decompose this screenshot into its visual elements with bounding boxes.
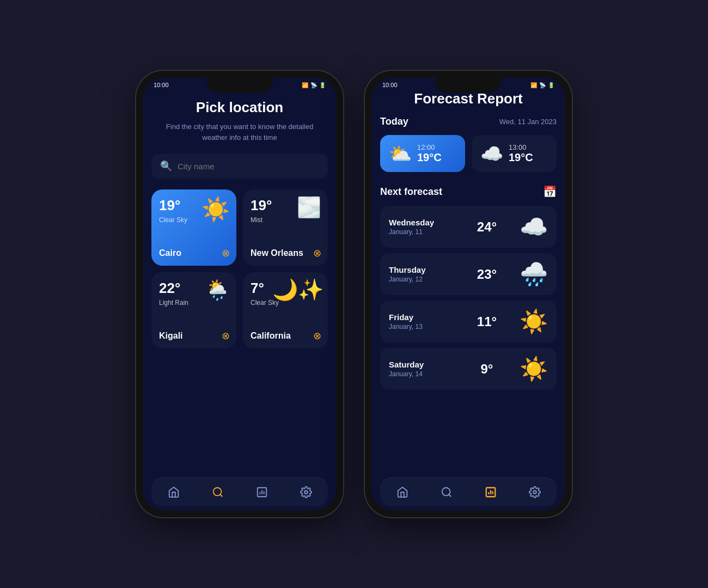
phone-forecast-report: 10:00 📶 📡 🔋 Forecast Report Today Wed, 1… [365, 71, 572, 517]
wednesday-temp: 24° [454, 219, 520, 235]
bottom-nav-screen2 [380, 477, 557, 506]
screen1-content: Pick location Find the city that you wan… [143, 90, 337, 477]
hour-12-info: 12:00 19°C [417, 143, 442, 164]
thursday-name: Thursday [389, 265, 454, 274]
battery-icon: 🔋 [319, 82, 326, 88]
thursday-icon: 🌧️ [520, 261, 548, 287]
cairo-name: Cairo [159, 248, 229, 258]
saturday-icon: ☀️ [520, 356, 548, 382]
cairo-icon: ☀️ [202, 196, 230, 223]
forecast-row-saturday[interactable]: Saturday January, 14 9° ☀️ [380, 348, 557, 390]
city-grid: 19° Clear Sky ☀️ Cairo ⊗ 19° Mist 🌫️ New… [151, 189, 328, 348]
city-card-kigali[interactable]: 22° Light Rain 🌦️ Kigali ⊗ [151, 272, 236, 348]
nav-report[interactable] [254, 485, 270, 500]
saturday-name: Saturday [389, 360, 454, 369]
search-input[interactable] [178, 162, 319, 171]
wednesday-date: January, 11 [389, 228, 454, 236]
friday-name: Friday [389, 313, 454, 322]
status-bar-2: 10:00 📶 📡 🔋 [371, 77, 565, 90]
wednesday-icon: ☁️ [520, 213, 548, 240]
hour-13-icon: ☁️ [480, 143, 503, 164]
search-box[interactable]: 🔍 [151, 154, 328, 179]
forecast-row-wednesday[interactable]: Wednesday January, 11 24° ☁️ [380, 206, 557, 248]
new-orleans-name: New Orleans [251, 248, 320, 258]
svg-point-13 [533, 491, 536, 494]
today-date: Wed, 11 Jan 2023 [499, 118, 557, 126]
nav-home[interactable] [166, 485, 181, 500]
hour-card-12[interactable]: ⛅ 12:00 19°C [380, 135, 465, 172]
friday-temp: 11° [454, 314, 520, 329]
saturday-date: January, 14 [389, 370, 454, 378]
notch [207, 77, 272, 93]
forecast-row-thursday[interactable]: Thursday January, 12 23° 🌧️ [380, 253, 557, 295]
california-remove-button[interactable]: ⊗ [313, 330, 321, 342]
wifi-icon: 📶 [302, 82, 308, 88]
battery-icon-2: 🔋 [548, 82, 554, 88]
forecast-page-title: Forecast Report [380, 90, 557, 107]
cairo-remove-button[interactable]: ⊗ [222, 247, 230, 259]
new-orleans-remove-button[interactable]: ⊗ [313, 247, 321, 259]
kigali-remove-button[interactable]: ⊗ [222, 330, 230, 342]
wifi-icon-2: 📶 [530, 82, 537, 88]
kigali-icon: 🌦️ [205, 279, 230, 302]
status-time-2: 10:00 [382, 82, 398, 88]
hour-13-temp: 19°C [509, 151, 533, 164]
notch-2 [436, 77, 501, 93]
city-card-cairo[interactable]: 19° Clear Sky ☀️ Cairo ⊗ [151, 189, 236, 266]
status-icons: 📶 📡 🔋 [302, 82, 326, 88]
status-icons-2: 📶 📡 🔋 [530, 82, 554, 88]
thursday-temp: 23° [454, 267, 520, 282]
screen2-content: Forecast Report Today Wed, 11 Jan 2023 ⛅… [371, 90, 565, 477]
friday-date: January, 13 [389, 323, 454, 330]
nav-settings[interactable] [298, 485, 314, 500]
nav-settings-2[interactable] [527, 485, 542, 500]
phone-pick-location: 10:00 📶 📡 🔋 Pick location Find the city … [136, 71, 343, 517]
california-name: California [251, 331, 320, 341]
svg-point-0 [213, 488, 221, 496]
svg-point-7 [442, 488, 450, 496]
calendar-icon[interactable]: 📅 [543, 185, 557, 198]
kigali-name: Kigali [159, 331, 229, 341]
nav-home-2[interactable] [395, 485, 410, 500]
hour-card-13[interactable]: ☁️ 13:00 19°C [472, 135, 557, 172]
nav-search[interactable] [210, 485, 225, 500]
page-subtitle: Find the city that you want to know the … [151, 121, 328, 143]
nav-report-2[interactable] [483, 485, 498, 500]
friday-icon: ☀️ [520, 308, 548, 335]
today-row: Today Wed, 11 Jan 2023 [380, 116, 557, 127]
hourly-row: ⛅ 12:00 19°C ☁️ 13:00 19°C [380, 135, 557, 172]
page-title: Pick location [151, 99, 328, 116]
signal-icon-2: 📡 [539, 82, 546, 88]
city-card-new-orleans[interactable]: 19° Mist 🌫️ New Orleans ⊗ [243, 189, 328, 266]
hour-12-temp: 19°C [417, 151, 442, 164]
today-label: Today [380, 116, 408, 127]
status-time: 10:00 [154, 82, 169, 88]
hour-13-time: 13:00 [509, 143, 533, 151]
bottom-nav-screen1 [151, 477, 328, 506]
city-card-california[interactable]: 7° Clear Sky 🌙✨ California ⊗ [243, 272, 328, 348]
friday-info: Friday January, 13 [389, 313, 454, 330]
nav-search-2[interactable] [439, 485, 454, 500]
search-icon: 🔍 [160, 160, 172, 172]
saturday-temp: 9° [454, 362, 520, 377]
thursday-info: Thursday January, 12 [389, 265, 454, 283]
svg-line-8 [449, 494, 451, 497]
svg-point-6 [304, 491, 308, 494]
status-bar: 10:00 📶 📡 🔋 [143, 77, 337, 90]
new-orleans-icon: 🌫️ [297, 196, 321, 219]
svg-line-1 [220, 494, 222, 497]
wednesday-info: Wednesday January, 11 [389, 218, 454, 236]
signal-icon: 📡 [310, 82, 317, 88]
forecast-row-friday[interactable]: Friday January, 13 11° ☀️ [380, 301, 557, 342]
saturday-info: Saturday January, 14 [389, 360, 454, 378]
next-forecast-label: Next forecast [380, 186, 442, 198]
next-forecast-header: Next forecast 📅 [380, 185, 557, 198]
wednesday-name: Wednesday [389, 218, 454, 227]
california-icon: 🌙✨ [272, 278, 324, 302]
hour-13-info: 13:00 19°C [509, 143, 533, 164]
hour-12-icon: ⛅ [389, 143, 412, 164]
hour-12-time: 12:00 [417, 143, 442, 151]
thursday-date: January, 12 [389, 275, 454, 283]
